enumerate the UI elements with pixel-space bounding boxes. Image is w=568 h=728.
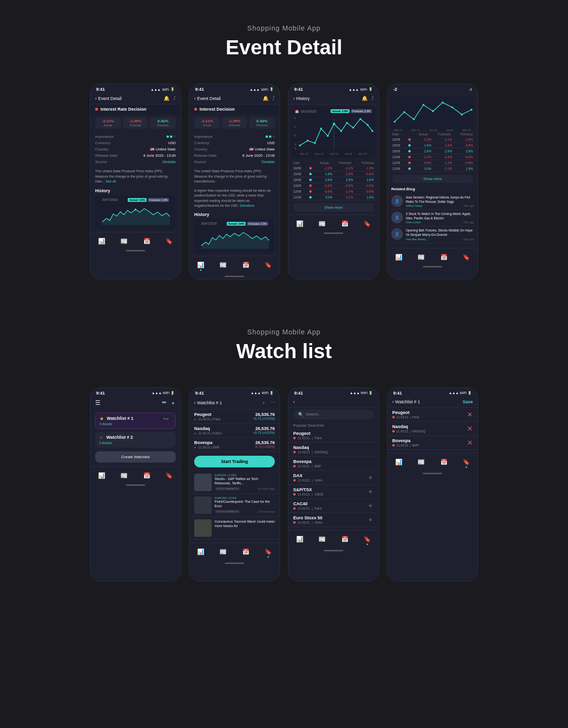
start-trading-button[interactable]: Start Trading	[194, 456, 275, 467]
watchlist-item-2[interactable]: ★ Watchlist # 2 2 Assets	[95, 432, 176, 447]
nav-calendar[interactable]: 📅	[143, 236, 150, 245]
back-button-3[interactable]: ‹ History	[293, 96, 310, 101]
add-dax-button[interactable]: ＋	[367, 473, 374, 482]
asset-peugeot[interactable]: Peugeot ● 11:43:21 | Paris 26,535.76 +0.…	[189, 410, 280, 424]
nav-calendar-2[interactable]: 📅	[242, 260, 250, 271]
news-item-2[interactable]: EUR/USD +0.19% Point/Counterpoint: The C…	[189, 494, 280, 517]
search-result-cac40[interactable]: CAC40 11:43:21 | Paris ＋	[288, 499, 379, 513]
hamburger-icon[interactable]: ☰	[95, 399, 100, 406]
nav-news-wl1[interactable]: 📰	[120, 471, 128, 480]
svg-text:-1: -1	[294, 143, 297, 146]
share-icon-2[interactable]: ⤴	[272, 96, 275, 101]
remove-bovespa-button[interactable]: ✕	[467, 439, 473, 447]
back-button-wl4[interactable]: ‹ Watchlist # 1	[392, 399, 420, 404]
nav-calendar-3[interactable]: 📅	[341, 219, 349, 228]
nav-chart-4[interactable]: 📊	[395, 252, 402, 261]
nav-chart-wl3[interactable]: 📊	[296, 534, 303, 545]
nav-bookmark-wl3[interactable]: 🔖	[364, 534, 371, 545]
edit-asset-peugeot: Peugeot 11:43:21 | Paris ✕	[387, 408, 478, 422]
search-bar[interactable]: 🔍 Search...	[293, 410, 374, 419]
importance-row: Importance:	[95, 133, 176, 140]
back-button-wl3[interactable]: ‹	[293, 399, 295, 404]
remove-nasdaq-button[interactable]: ✕	[467, 425, 473, 432]
add-sptsx-button[interactable]: ＋	[367, 487, 374, 496]
blog-item-3[interactable]: 👤 Opening Bell: Futures, Stocks Wobble O…	[391, 226, 474, 243]
search-result-peugeot[interactable]: Peugeot 11:43:21 | Paris	[288, 429, 379, 443]
back-button-wl2[interactable]: ‹ Watchlist # 1	[194, 400, 222, 405]
bell-icon-3[interactable]: 🔔	[362, 96, 368, 101]
nav-bookmark-2[interactable]: 🔖	[265, 260, 272, 271]
showless-link[interactable]: Showless	[240, 204, 254, 207]
description-text: The United State Producer Price Index (P…	[90, 167, 181, 186]
search-result-dax[interactable]: DAX 11:43:21 | Xetra ＋	[288, 471, 379, 485]
share-icon-3[interactable]: ⤴	[371, 96, 374, 101]
search-result-sptsx[interactable]: S&P/TSX 11:43:21 | CBOE ＋	[288, 485, 379, 499]
search-result-bovespa[interactable]: Bovespa 11:43:21 | BMF	[288, 457, 379, 471]
nav-calendar-4[interactable]: 📅	[440, 252, 448, 261]
nav-calendar-wl2[interactable]: 📅	[242, 547, 250, 558]
show-more-button[interactable]: Show more	[293, 203, 374, 212]
nav-news-3[interactable]: 📰	[318, 219, 326, 228]
nav-chart-wl4[interactable]: 📊	[395, 457, 402, 468]
blog-item-2[interactable]: 👤 3 Stock To Watch In The Coming Week: A…	[391, 210, 474, 226]
nav-bookmark-wl1[interactable]: 🔖	[166, 471, 173, 480]
nav-news-wl4[interactable]: 📰	[418, 457, 425, 468]
nav-chart-wl2[interactable]: 📊	[197, 547, 204, 558]
nav-bookmark-wl4[interactable]: 🔖	[463, 457, 470, 468]
chart-svg-2	[199, 227, 270, 251]
svg-point-26	[422, 104, 424, 106]
nav-chart-wl1[interactable]: 📊	[98, 471, 105, 480]
add-eurostoxx-button[interactable]: ＋	[367, 515, 374, 524]
table-row: 15/06 1.8% -1.8% -0.8%	[390, 143, 475, 149]
nav-calendar-wl3[interactable]: 📅	[341, 534, 349, 545]
search-icon: 🔍	[298, 412, 303, 417]
show-more-btn-4[interactable]: Show more	[392, 175, 473, 183]
star-icon: ★	[100, 416, 104, 421]
stats-row-2: -3.21% Actual -1.05% Forecast 0.42% Prev…	[189, 114, 280, 132]
svg-point-30	[461, 114, 463, 116]
add-icon-wl2[interactable]: ＋	[261, 399, 266, 406]
share-icon[interactable]: ⤴	[173, 96, 176, 101]
more-icon-wl2[interactable]: ⋯	[270, 399, 275, 406]
nav-bookmark-4[interactable]: 🔖	[463, 252, 470, 261]
nav-chart-2[interactable]: 📊	[197, 260, 204, 271]
watchlist-item-1[interactable]: ★ Watchlist # 1 true 3 Assets	[95, 413, 176, 429]
asset-bovespa[interactable]: Bovespa ● 11:43:21 | BMF 26,535.76 -0.73…	[189, 438, 280, 452]
nav-news-wl3[interactable]: 📰	[318, 534, 326, 545]
news-item-1[interactable]: EUR/USD +0.16% Stocks - S&P Rallies as T…	[189, 471, 280, 494]
nav-bookmark-3[interactable]: 🔖	[364, 219, 371, 228]
phone-header: ‹ Event Detail 🔔 ⤴	[90, 94, 181, 104]
table-row: 13/06 -2.2% -0.4% -0.2%	[390, 154, 475, 160]
nav-calendar-wl1[interactable]: 📅	[143, 471, 150, 480]
nav-bookmark[interactable]: 🔖	[166, 236, 173, 245]
add-icon[interactable]: ＋	[170, 399, 176, 407]
stat-previous: 0.42% Previous	[150, 117, 176, 129]
nav-bookmark-wl2[interactable]: 🔖	[265, 547, 272, 558]
search-result-nasdaq[interactable]: Nasdaq 11:43:21 | NASDAQ	[288, 443, 379, 457]
add-cac40-button[interactable]: ＋	[367, 501, 374, 510]
search-result-eurostoxx[interactable]: Euro Stoxx 50 11:43:21 | Xetra ＋	[288, 513, 379, 527]
remove-peugeot-button[interactable]: ✕	[467, 411, 473, 418]
nav-news[interactable]: 📰	[120, 236, 128, 245]
nav-chart[interactable]: 📊	[98, 236, 105, 245]
save-button[interactable]: Save	[463, 399, 473, 404]
back-button[interactable]: ‹ Event Detail	[95, 96, 122, 101]
bell-icon-2[interactable]: 🔔	[263, 96, 268, 101]
nav-chart-3[interactable]: 📊	[296, 219, 303, 228]
nav-news-4[interactable]: 📰	[418, 252, 425, 261]
asset-nasdaq[interactable]: Nasdaq ● 11:43:21 | NASC 26,535.76 +0.73…	[189, 424, 280, 438]
nav-calendar-wl4[interactable]: 📅	[440, 457, 448, 468]
news-content-3: Coronavirus 'Second Wave' could mean mor…	[215, 519, 275, 537]
news-content-2: EUR/USD +0.19% Point/Counterpoint: The C…	[215, 496, 275, 514]
nav-news-2[interactable]: 📰	[219, 260, 227, 271]
news-item-3[interactable]: Coronavirus 'Second Wave' could mean mor…	[189, 517, 280, 540]
edit-icon[interactable]: ✏	[162, 399, 167, 407]
star-icon-2: ★	[99, 435, 103, 440]
blog-item-1[interactable]: 👤 Asia Session: Regional Indices Jumps A…	[391, 193, 474, 210]
back-button-2[interactable]: ‹ Event Detail	[194, 96, 221, 101]
nav-news-wl2[interactable]: 📰	[219, 547, 227, 558]
bell-icon[interactable]: 🔔	[164, 96, 169, 101]
svg-point-31	[470, 109, 472, 111]
create-watchlist-button[interactable]: Create Watchlist	[95, 451, 176, 463]
see-all-link[interactable]: See all	[105, 180, 116, 183]
